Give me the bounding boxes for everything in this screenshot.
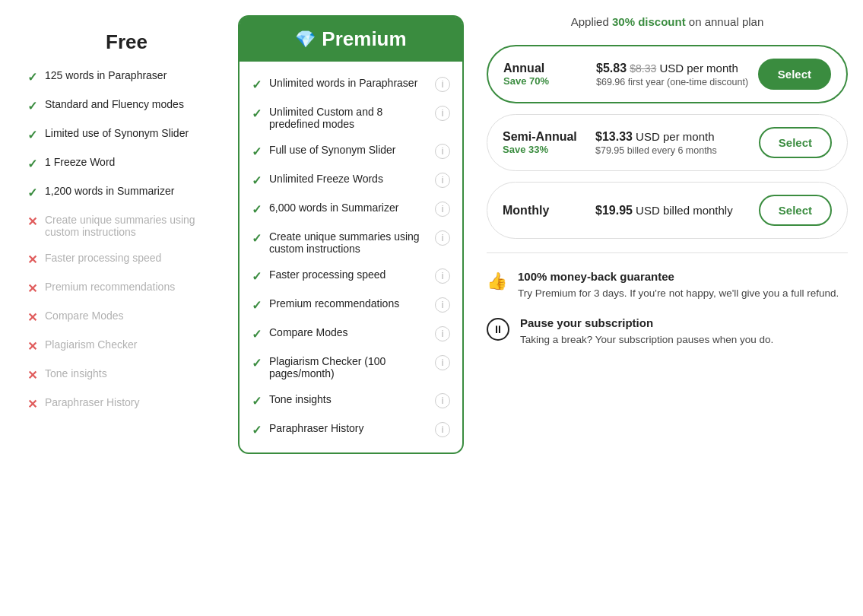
info-icon[interactable]: i — [435, 326, 450, 341]
list-item: ✓ Unlimited words in Paraphraser i — [252, 77, 450, 92]
list-item: ✓ 1 Freeze Word — [27, 156, 226, 171]
check-icon: ✓ — [252, 78, 262, 92]
annual-select-button[interactable]: Select — [758, 59, 831, 90]
check-icon: ✓ — [27, 128, 37, 142]
check-icon: ✓ — [252, 231, 262, 246]
annual-price-unit: USD per month — [659, 62, 738, 75]
feature-label: Tone insights — [45, 367, 226, 379]
check-icon: ✓ — [252, 173, 262, 188]
list-item: ✓ 1,200 words in Summarizer — [27, 185, 226, 200]
list-item: ✓ Full use of Synonym Slider i — [252, 144, 450, 159]
feature-label: Compare Modes — [269, 326, 427, 338]
list-item: ✓ Paraphraser History i — [252, 422, 450, 437]
list-item: ✓ 6,000 words in Summarizer i — [252, 202, 450, 217]
check-icon: ✓ — [252, 298, 262, 313]
main-container: Free ✓ 125 words in Paraphraser ✓ Standa… — [15, 15, 848, 454]
info-icon[interactable]: i — [435, 393, 450, 408]
list-item: ✓ Unlimited Custom and 8 predefined mode… — [252, 106, 450, 130]
monthly-select-button[interactable]: Select — [759, 195, 832, 226]
list-item: ✓ Premium recommendations i — [252, 297, 450, 313]
list-item: ✓ 125 words in Paraphraser — [27, 69, 226, 84]
feature-label: Plagiarism Checker — [45, 338, 226, 351]
pause-icon: ⏸ — [487, 318, 509, 341]
annual-plan-name: Annual — [503, 62, 587, 75]
info-icon[interactable]: i — [435, 422, 450, 437]
semi-annual-plan-name: Semi-Annual — [503, 130, 586, 144]
info-icon[interactable]: i — [435, 355, 450, 370]
info-icon[interactable]: i — [435, 230, 450, 246]
monthly-plan-price-main: $19.95 USD billed monthly — [595, 204, 750, 218]
annual-plan-name-col: Annual Save 70% — [503, 62, 587, 87]
feature-label: Plagiarism Checker (100 pages/month) — [269, 355, 427, 379]
monthly-price-unit: USD billed monthly — [636, 204, 733, 217]
diamond-icon: 💎 — [295, 30, 316, 49]
guarantee-money-back-title: 100% money-back guarantee — [518, 270, 839, 283]
feature-label: 1,200 words in Summarizer — [45, 185, 226, 197]
monthly-plan-name: Monthly — [503, 204, 586, 218]
info-icon[interactable]: i — [435, 144, 450, 159]
right-panel: Applied 30% discount on annual plan Annu… — [487, 15, 848, 454]
check-icon: ✓ — [27, 99, 37, 113]
semi-annual-select-button[interactable]: Select — [759, 127, 832, 158]
check-icon: ✓ — [27, 186, 37, 200]
x-icon: ✕ — [27, 214, 37, 229]
info-icon[interactable]: i — [435, 106, 450, 121]
feature-label: Faster processing speed — [45, 252, 226, 264]
feature-label: Premium recommendations — [45, 281, 226, 293]
guarantee-money-back-desc: Try Premium for 3 days. If you're not ha… — [518, 286, 839, 301]
monthly-price-val: $19.95 — [595, 204, 633, 217]
monthly-plan-price-col: $19.95 USD billed monthly — [595, 204, 750, 218]
annual-plan-card[interactable]: Annual Save 70% $5.83 $8.33 USD per mont… — [487, 45, 848, 103]
list-item: ✓ Tone insights i — [252, 393, 450, 408]
list-item: ✕ Paraphraser History — [27, 396, 226, 411]
x-icon: ✕ — [27, 310, 37, 325]
discount-text-after: on annual plan — [689, 15, 763, 28]
check-icon: ✓ — [27, 70, 37, 84]
semi-annual-price-unit: USD per month — [636, 130, 714, 143]
list-item: ✕ Compare Modes — [27, 310, 226, 325]
semi-annual-plan-price-sub: $79.95 billed every 6 months — [595, 145, 750, 156]
feature-label: Full use of Synonym Slider — [269, 144, 427, 156]
premium-title: Premium — [322, 27, 406, 51]
check-icon: ✓ — [252, 106, 262, 121]
monthly-plan-card[interactable]: Monthly $19.95 USD billed monthly Select — [487, 182, 848, 239]
x-icon: ✕ — [27, 397, 37, 411]
info-icon[interactable]: i — [435, 173, 450, 188]
feature-label: Create unique summaries using custom ins… — [45, 214, 226, 238]
info-icon[interactable]: i — [435, 202, 450, 217]
annual-price-original: $8.33 — [630, 62, 656, 75]
feature-label: Standard and Fluency modes — [45, 98, 226, 110]
list-item: ✕ Faster processing speed — [27, 252, 226, 267]
annual-plan-price-sub: $69.96 first year (one-time discount) — [596, 77, 749, 87]
list-item: ✓ Standard and Fluency modes — [27, 98, 226, 113]
semi-annual-plan-card[interactable]: Semi-Annual Save 33% $13.33 USD per mont… — [487, 114, 848, 171]
list-item: ✕ Premium recommendations — [27, 281, 226, 296]
semi-annual-price-val: $13.33 — [595, 130, 633, 143]
free-title: Free — [27, 30, 226, 54]
feature-label: Tone insights — [269, 393, 427, 405]
guarantee-pause-title: Pause your subscription — [520, 316, 773, 329]
feature-label: Unlimited words in Paraphraser — [269, 77, 427, 89]
list-item: ✕ Plagiarism Checker — [27, 338, 226, 354]
plans-panel: Free ✓ 125 words in Paraphraser ✓ Standa… — [15, 15, 464, 454]
feature-label: Paraphraser History — [269, 422, 427, 434]
check-icon: ✓ — [252, 423, 262, 437]
feature-label: Faster processing speed — [269, 268, 427, 281]
guarantee-section: 👍 100% money-back guarantee Try Premium … — [487, 270, 848, 348]
list-item: ✕ Tone insights — [27, 367, 226, 383]
info-icon[interactable]: i — [435, 268, 450, 284]
list-item: ✓ Faster processing speed i — [252, 268, 450, 284]
list-item: ✓ Plagiarism Checker (100 pages/month) i — [252, 355, 450, 379]
guarantee-money-back-content: 100% money-back guarantee Try Premium fo… — [518, 270, 839, 301]
list-item: ✓ Create unique summaries using custom i… — [252, 230, 450, 255]
x-icon: ✕ — [27, 252, 37, 267]
semi-annual-plan-price-col: $13.33 USD per month $79.95 billed every… — [595, 130, 750, 156]
premium-header: 💎 Premium — [240, 17, 462, 62]
discount-highlight: 30% discount — [612, 15, 686, 28]
check-icon: ✓ — [252, 394, 262, 408]
feature-label: Unlimited Custom and 8 predefined modes — [269, 106, 427, 130]
free-feature-list: ✓ 125 words in Paraphraser ✓ Standard an… — [27, 69, 226, 411]
info-icon[interactable]: i — [435, 297, 450, 313]
semi-annual-plan-price-main: $13.33 USD per month — [595, 130, 750, 144]
info-icon[interactable]: i — [435, 77, 450, 92]
